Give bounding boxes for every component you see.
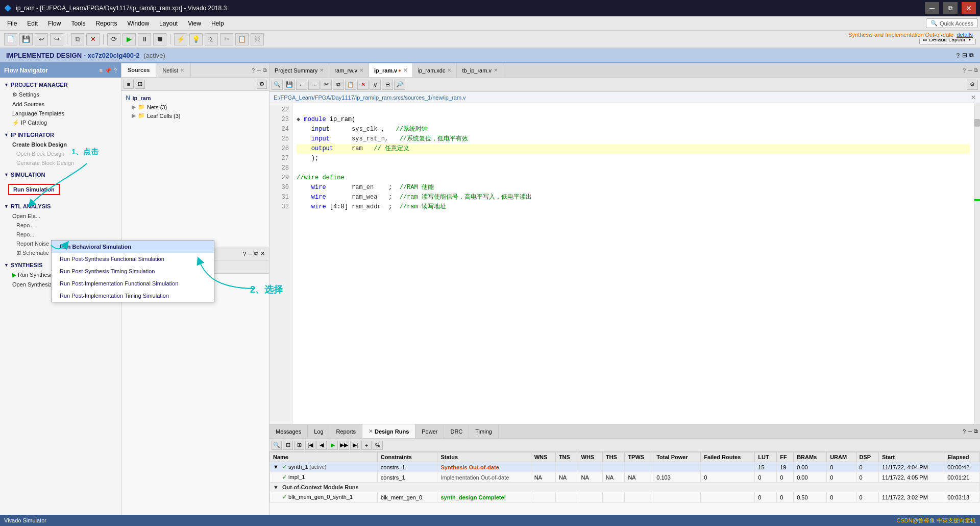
btm-tab-messages[interactable]: Messages [270,424,308,438]
rw-close-icon[interactable]: ✕ [359,67,363,73]
btm-tab-log[interactable]: Log [308,424,330,438]
tree-root-item[interactable]: N ip_ram [124,93,267,103]
nav-open-elaborated[interactable]: Open Ela... [0,211,121,221]
table-row[interactable]: ✓ impl_1 constrs_1 Implementation Out-of… [270,472,980,483]
dr-last-btn[interactable]: ▶| [350,441,360,450]
menu-layout[interactable]: Layout [154,18,183,29]
forward-btn[interactable]: → [308,80,320,90]
bottom-min-button[interactable]: ─ [968,428,972,435]
section-rtl-analysis[interactable]: ▼ RTL ANALYSIS [0,201,121,211]
nav-language-templates[interactable]: Language Templates [0,109,121,118]
tab-ip-ram-xdc[interactable]: ip_ram.xdc ✕ [413,63,457,77]
dr-add-btn[interactable]: + [361,441,372,450]
menu-tools[interactable]: Tools [66,18,90,29]
cut-button[interactable]: ✂ [220,33,233,45]
tab-sources[interactable]: Sources [121,63,156,77]
cut-ed-btn[interactable]: ✂ [321,80,332,90]
float-button[interactable]: ⧉ [969,52,974,59]
sfp-help-button[interactable]: ? [243,250,246,257]
new-file-button[interactable]: 📄 [4,33,17,45]
nav-settings[interactable]: ⚙ Settings [0,90,121,100]
tree-leafcells-item[interactable]: ▶ 📁 Leaf Cells (3) [124,111,267,120]
copy-button[interactable]: ⧉ [71,33,84,45]
tab-ram-rw[interactable]: ram_rw.v ✕ [329,63,369,77]
save-ed-btn[interactable]: 💾 [284,80,295,90]
restore-button[interactable]: ⧉ [943,2,958,14]
menu-help[interactable]: Help [206,18,229,29]
code-content[interactable]: ◆ module ip_ram( input sys_clk , //系统时钟 … [292,103,974,424]
expand-button[interactable]: ⊟ [962,52,967,59]
sfp-close-button[interactable]: ✕ [260,250,265,257]
paste-ed-btn[interactable]: 📋 [345,80,356,90]
dr-next-btn[interactable]: ▶▶ [339,441,349,450]
flow-nav-pin[interactable]: 📌 [105,67,112,74]
link-button[interactable]: ⛓ [251,33,264,45]
flow-nav-help[interactable]: ? [114,67,117,74]
ps-close-icon[interactable]: ✕ [320,67,324,73]
btm-tab-drc[interactable]: DRC [444,424,469,438]
tb-close-icon[interactable]: ✕ [494,67,498,73]
nav-report2[interactable]: Repo... [0,230,121,239]
table-row[interactable]: ▼ ✓ synth_1 (active) constrs_1 Synthesis… [270,462,980,472]
nav-create-block-design[interactable]: Create Block Design [0,140,121,149]
flow-nav-collapse[interactable]: ≡ [99,67,102,74]
table-row[interactable]: ✓ blk_mem_gen_0_synth_1 blk_mem_gen_0 sy… [270,492,980,503]
bottom-help-button[interactable]: ? [963,428,966,435]
undo-button[interactable]: ↩ [35,33,48,45]
tab-ip-ram[interactable]: ip_ram.v ● ✕ [369,63,413,77]
back-btn[interactable]: ← [296,80,307,90]
paste-button[interactable]: 📋 [235,33,249,45]
save-button[interactable]: 💾 [19,33,33,45]
section-simulation[interactable]: ▼ SIMULATION [0,170,121,180]
sources-restore-button[interactable]: ⧉ [263,67,267,74]
dd-run-post-synth-func[interactable]: Run Post-Synthesis Functional Simulation [52,253,214,265]
menu-flow[interactable]: Flow [43,18,66,29]
nav-generate-block-design[interactable]: Generate Block Design [0,158,121,168]
ipram-close-icon[interactable]: ✕ [403,67,407,73]
sources-filter-button[interactable]: ⊞ [135,80,145,89]
btm-tab-design-runs[interactable]: ✕ Design Runs [362,424,415,438]
nav-report1[interactable]: Repo... [0,221,121,230]
dr-expand-btn[interactable]: ⊞ [294,441,304,450]
btm-tab-timing[interactable]: Timing [469,424,499,438]
sources-help-button[interactable]: ? [252,67,255,74]
delete-button[interactable]: ✕ [86,33,100,45]
sfp-restore-button[interactable]: ⧉ [254,250,258,257]
delete-ed-btn[interactable]: ✕ [357,80,369,90]
expand-ed-btn[interactable]: ⊟ [382,80,393,90]
sources-hierarchy-button[interactable]: ≡ [124,80,134,89]
editor-settings-btn[interactable]: ⚙ [967,80,978,90]
program-button[interactable]: ⚡ [174,33,187,45]
dd-run-post-impl-func[interactable]: Run Post-Implementation Functional Simul… [52,277,214,290]
sources-settings-button[interactable]: ⚙ [257,80,267,89]
editor-restore2-button[interactable]: ⧉ [974,67,978,74]
close-button[interactable]: ✕ [962,2,976,14]
tab-netlist[interactable]: Netlist ✕ [156,63,191,77]
dd-run-post-impl-timing[interactable]: Run Post-Implementation Timing Simulatio… [52,290,214,302]
dr-percent-btn[interactable]: % [373,441,383,450]
btm-tab-reports[interactable]: Reports [330,424,363,438]
details-link[interactable]: details [957,32,973,38]
design-runs-tab-close[interactable]: ✕ [369,428,373,434]
redo-button[interactable]: ↪ [50,33,63,45]
dr-search-btn[interactable]: 🔍 [272,441,282,450]
menu-window[interactable]: Window [122,18,154,29]
editor-vscrollbar[interactable] [974,103,980,424]
nav-run-simulation[interactable]: Run Simulation [8,184,60,195]
flash-button[interactable]: 💡 [189,33,203,45]
step-button[interactable]: ⏸ [138,33,151,45]
editor-vscroll-thumb[interactable] [974,119,980,127]
editor-help-button[interactable]: ? [963,67,966,74]
section-project-manager[interactable]: ▼ PROJECT MANAGER [0,80,121,90]
nav-add-sources[interactable]: Add Sources [0,100,121,109]
comment-btn[interactable]: // [370,80,381,90]
minimize-button[interactable]: ─ [925,2,939,14]
section-ip-integrator[interactable]: ▼ IP INTEGRATOR [0,130,121,140]
nav-ip-catalog[interactable]: ⚡ IP Catalog [0,118,121,128]
search-btn[interactable]: 🔍 [272,80,283,90]
refresh-button[interactable]: ⟳ [107,33,120,45]
run-button[interactable]: ▶ [122,33,136,45]
editor-min-button[interactable]: ─ [968,67,972,74]
menu-reports[interactable]: Reports [90,18,122,29]
menu-view[interactable]: View [183,18,206,29]
